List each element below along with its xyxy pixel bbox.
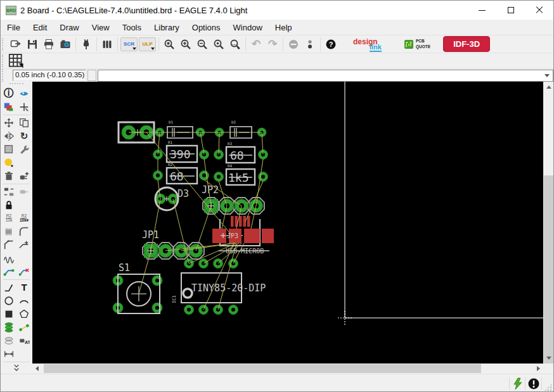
menu-help[interactable]: Help <box>269 21 299 34</box>
title-bar[interactable]: BRD 2 Board - C:\EAGLELite-7.4.0\untitle… <box>1 1 553 20</box>
tool-circle-button[interactable] <box>2 294 16 307</box>
zoom-fit-button[interactable] <box>161 37 177 52</box>
redo-button[interactable]: ↷ <box>264 37 281 52</box>
menu-file[interactable]: File <box>1 21 27 34</box>
tool-gateswap-button[interactable] <box>17 186 32 198</box>
tool-group-button[interactable] <box>2 143 16 156</box>
tool-pinswap-button[interactable] <box>2 186 16 198</box>
menu-draw[interactable]: Draw <box>53 21 85 34</box>
tool-delete-button[interactable] <box>2 170 16 182</box>
zoom-out-button[interactable] <box>194 37 210 52</box>
tool-route-button[interactable] <box>2 265 16 278</box>
print-button[interactable] <box>41 37 57 52</box>
optimize-icon <box>18 239 30 251</box>
horizontal-scrollbar[interactable] <box>32 364 543 374</box>
tool-text-button[interactable]: T <box>17 281 32 294</box>
cam-processor-button[interactable] <box>57 37 74 52</box>
command-combobox[interactable] <box>98 70 553 82</box>
combobox-arrow-icon[interactable] <box>544 74 550 77</box>
scroll-left-icon[interactable] <box>35 366 39 371</box>
command-input[interactable] <box>98 71 544 80</box>
undo-button[interactable]: ↶ <box>248 37 264 52</box>
tool-mirror-button[interactable] <box>2 130 16 142</box>
toolbar-grip[interactable] <box>2 54 6 67</box>
library-button[interactable] <box>99 37 115 52</box>
menu-window[interactable]: Window <box>227 21 269 34</box>
tool-attribute-button[interactable]: AT <box>17 334 32 347</box>
tool-display-button[interactable] <box>2 101 16 113</box>
zoom-redraw-button[interactable] <box>210 37 227 52</box>
zoom-select-button[interactable] <box>227 37 243 52</box>
tool-hole-button[interactable] <box>2 334 16 347</box>
tool-copy-button[interactable] <box>17 117 32 129</box>
scroll-right-icon[interactable] <box>537 366 540 371</box>
toolbar-grip[interactable] <box>2 69 6 82</box>
grid-button[interactable] <box>8 54 24 68</box>
run-script-button[interactable] <box>78 37 94 52</box>
menu-bar: FileEditDrawViewToolsLibraryOptionsWindo… <box>1 20 553 35</box>
tool-mark-button[interactable] <box>17 101 32 113</box>
scroll-up-icon[interactable] <box>546 85 551 89</box>
board-frame[interactable] <box>338 82 543 325</box>
tool-paint-button[interactable] <box>2 156 16 169</box>
tool-optimize-button[interactable] <box>17 239 32 251</box>
script-button[interactable]: SCR <box>120 37 138 51</box>
tool-dimension-button[interactable] <box>2 348 16 360</box>
help-button[interactable]: ? <box>323 37 339 52</box>
board-canvas[interactable]: D1D2R1R3R2R439068681k5D3JP2JP1S1TINY85-2… <box>32 82 543 364</box>
resize-grip[interactable] <box>544 383 552 391</box>
close-button[interactable] <box>525 1 553 20</box>
horizontal-scrollbar-thumb[interactable] <box>44 364 481 373</box>
tool-arc-button[interactable] <box>17 294 32 307</box>
go-button[interactable] <box>302 37 318 52</box>
coordinate-mode-button[interactable] <box>87 70 96 81</box>
tool-rect-button[interactable] <box>2 308 16 320</box>
board-drawing[interactable]: D1D2R1R3R2R439068681k5D3JP2JP1S1TINY85-2… <box>32 82 543 364</box>
tool-signal-button[interactable] <box>17 321 32 334</box>
tool-show-button[interactable] <box>17 87 32 100</box>
tool-meander-button[interactable] <box>2 252 16 265</box>
menu-options[interactable]: Options <box>186 21 227 34</box>
tool-smash-button[interactable] <box>2 225 16 238</box>
pcb-quote-line2: QUOTE <box>416 44 430 49</box>
menu-view[interactable]: View <box>86 21 116 34</box>
palette-more-button[interactable] <box>1 363 32 373</box>
menu-tools[interactable]: Tools <box>116 21 148 34</box>
tool-ripup-button[interactable] <box>17 265 32 278</box>
tool-miter-button[interactable] <box>17 225 32 238</box>
replace-icon <box>18 170 30 182</box>
tool-rotate-button[interactable]: ↻ <box>17 130 32 142</box>
tool-split-button[interactable] <box>2 239 16 251</box>
stop-button[interactable] <box>285 37 302 52</box>
tool-polygon-button[interactable] <box>17 308 32 320</box>
open-button[interactable] <box>8 37 24 52</box>
tool-replace-button[interactable] <box>17 170 32 182</box>
ulp-button[interactable]: ULP <box>139 37 156 51</box>
menu-edit[interactable]: Edit <box>27 21 53 34</box>
save-button[interactable] <box>24 37 41 52</box>
maximize-button[interactable] <box>496 1 525 20</box>
ratsnest-status-button[interactable] <box>511 377 524 390</box>
gateswap-icon <box>18 186 30 198</box>
pcb-quote-button[interactable]: PCBQUOTE <box>404 39 430 49</box>
minimize-button[interactable] <box>468 1 496 20</box>
tool-change-button[interactable] <box>17 143 32 156</box>
tool-move-button[interactable] <box>2 117 16 129</box>
tool-name-button[interactable]: R210k <box>2 212 16 225</box>
designlink-button[interactable]: design link <box>353 37 390 52</box>
smd-pads[interactable] <box>212 216 274 243</box>
toolbar-grip[interactable] <box>2 38 6 51</box>
idf-3d-button[interactable]: IDF-3D <box>443 36 490 52</box>
scroll-down-icon[interactable] <box>546 357 551 360</box>
menu-library[interactable]: Library <box>148 21 186 34</box>
errors-status-button[interactable] <box>527 377 540 390</box>
tool-wire-button[interactable] <box>2 281 16 294</box>
zoom-redraw-icon <box>213 39 224 50</box>
tool-value-button[interactable]: R210k▾ <box>17 212 32 225</box>
zoom-in-button[interactable] <box>177 37 194 52</box>
route-icon <box>3 266 15 277</box>
tool-info-button[interactable]: ⓘ <box>2 87 16 100</box>
vertical-scrollbar[interactable] <box>543 82 554 364</box>
tool-via-button[interactable] <box>2 321 16 334</box>
tool-lock-button[interactable] <box>2 199 16 212</box>
